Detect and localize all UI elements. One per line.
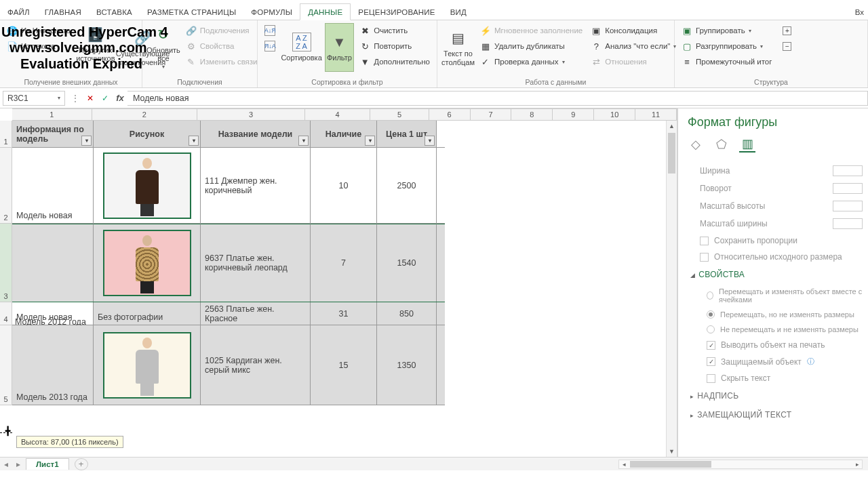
cell-r3-c4[interactable]: 7: [311, 224, 377, 302]
col-header-8[interactable]: 8: [511, 109, 553, 120]
from-web-button[interactable]: 🌐Из Интернета: [4, 23, 73, 38]
locked-object-row[interactable]: ✓Защищаемый объект ⓘ: [694, 353, 863, 370]
sheet-tab[interactable]: Лист1: [26, 458, 69, 470]
relative-row[interactable]: Относительно исходного размера: [688, 249, 863, 265]
remove-duplicates-button[interactable]: ▦Удалить дубликаты: [477, 39, 585, 54]
header-price[interactable]: Цена 1 шт▾: [377, 121, 437, 147]
move-size-opt3[interactable]: Не перемещать и не изменять размеры: [694, 322, 863, 337]
sort-asc-button[interactable]: А↓Я: [262, 23, 278, 38]
cell-r3-c3[interactable]: 9637 Платье жен. коричневый леопард: [201, 224, 311, 302]
cell-r4-c3[interactable]: 2563 Платье жен. Красное: [201, 302, 311, 325]
cell-r4-c4[interactable]: 31: [311, 302, 377, 325]
tab-view[interactable]: ВИД: [443, 4, 474, 20]
from-other-sources-button[interactable]: 🗄️ Из других источников ▾: [76, 23, 115, 72]
cell-r2-c2[interactable]: [94, 148, 201, 223]
edit-links-button[interactable]: ✎Изменить связи: [183, 54, 260, 69]
move-size-opt1[interactable]: Перемещать и изменять объект вместе с яч…: [694, 284, 863, 307]
tab-data[interactable]: ДАННЫЕ: [300, 3, 351, 20]
col-header-5[interactable]: 5: [370, 109, 429, 120]
add-sheet-button[interactable]: +: [75, 458, 88, 470]
col-header-7[interactable]: 7: [471, 109, 512, 120]
from-text-button[interactable]: 📄Из текста: [4, 39, 73, 54]
flash-fill-button[interactable]: ⚡Мгновенное заполнение: [477, 23, 585, 38]
move-size-opt2[interactable]: Перемещать, но не изменять размеры: [694, 307, 863, 322]
checkbox-icon[interactable]: [700, 237, 709, 245]
effects-tab-icon[interactable]: ⬠: [713, 136, 730, 152]
filter-button[interactable]: ▼ Фильтр: [325, 23, 355, 72]
size-props-tab-icon[interactable]: ▥: [739, 136, 755, 152]
tab-formulas[interactable]: ФОРМУЛЫ: [243, 4, 300, 20]
product-photo[interactable]: [103, 152, 191, 219]
row-header-3[interactable]: 3: [0, 224, 12, 302]
tab-home[interactable]: ГЛАВНАЯ: [37, 4, 89, 20]
lock-ratio-row[interactable]: Сохранить пропорции: [688, 232, 863, 249]
scroll-down-icon[interactable]: ▼: [667, 446, 677, 457]
formula-input[interactable]: Модель новая: [127, 91, 868, 106]
header-info[interactable]: Информация по модель▾: [12, 121, 94, 147]
consolidate-button[interactable]: ▣Консолидация: [588, 23, 679, 38]
radio-icon[interactable]: [707, 291, 713, 300]
scroll-left-icon[interactable]: ◂: [619, 461, 629, 468]
group-button[interactable]: ▣Группировать▾: [679, 23, 774, 38]
text-to-columns-button[interactable]: ▤ Текст по столбцам: [441, 23, 475, 72]
expand-icon-btn[interactable]: +: [780, 23, 794, 38]
name-box[interactable]: R3C1▾: [3, 91, 65, 106]
horizontal-scrollbar[interactable]: ◂ ▸: [618, 460, 863, 469]
sheet-nav-next[interactable]: ▸: [12, 460, 24, 469]
advanced-filter-button[interactable]: ▼Дополнительно: [357, 54, 433, 69]
cell-r5-c2[interactable]: [94, 325, 201, 405]
checkbox-icon[interactable]: ✓: [707, 357, 715, 366]
cell-r4-c2[interactable]: Без фотографии: [94, 302, 201, 325]
vertical-scrollbar[interactable]: ▲ ▼: [666, 121, 677, 457]
col-header-4[interactable]: 4: [305, 109, 370, 120]
subtotal-button[interactable]: ≡Промежуточный итог: [679, 54, 774, 69]
scroll-thumb[interactable]: [668, 133, 675, 174]
filter-dropdown-icon[interactable]: ▾: [298, 136, 309, 146]
row-header-5[interactable]: 5: [0, 325, 12, 405]
checkbox-icon[interactable]: [700, 253, 709, 262]
rotation-input[interactable]: [833, 183, 863, 194]
sort-button[interactable]: A ZZ A Сортировка: [281, 23, 322, 72]
filter-dropdown-icon[interactable]: ▾: [425, 136, 435, 146]
what-if-button[interactable]: ?Анализ "что если"▾: [588, 39, 679, 54]
header-photo[interactable]: Рисунок▾: [94, 121, 201, 147]
cell-r5-c3[interactable]: 1025 Кардиган жен. серый микс: [201, 325, 311, 405]
fill-line-tab-icon[interactable]: ◇: [688, 136, 704, 152]
tab-page-layout[interactable]: РАЗМЕТКА СТРАНИЦЫ: [140, 4, 243, 20]
checkbox-icon[interactable]: [707, 374, 715, 383]
scroll-right-icon[interactable]: ▸: [852, 461, 862, 468]
fx-button[interactable]: fx: [113, 91, 127, 106]
clear-filter-button[interactable]: ✖Очистить: [357, 23, 433, 38]
cell-r3-c1[interactable]: [12, 224, 94, 302]
data-validation-button[interactable]: ✓Проверка данных▾: [477, 54, 585, 69]
alt-text-section-header[interactable]: ▸ЗАМЕЩАЮЩИЙ ТЕКСТ: [688, 405, 863, 424]
scale-w-input[interactable]: [833, 218, 863, 229]
cell-r5-c1[interactable]: Модель 2013 года: [12, 325, 94, 405]
hide-text-row[interactable]: Скрыть текст: [694, 370, 863, 386]
sheet-nav-prev[interactable]: ◂: [0, 460, 12, 469]
connections-button[interactable]: 🔗Подключения: [183, 23, 260, 38]
cell-r2-c4[interactable]: 10: [311, 148, 377, 223]
cell-r3-c5[interactable]: 1540: [377, 224, 437, 302]
cancel-entry-button[interactable]: ✕: [83, 91, 98, 106]
scale-h-input[interactable]: [833, 201, 863, 211]
col-header-1[interactable]: 1: [12, 109, 92, 120]
header-stock[interactable]: Наличие▾: [311, 121, 377, 147]
cell-r2-c1[interactable]: Модель новая: [12, 148, 94, 223]
cell-r3-c2[interactable]: [94, 224, 201, 302]
cell-r5-c5[interactable]: 1350: [377, 325, 437, 405]
filter-dropdown-icon[interactable]: ▾: [365, 136, 375, 146]
col-header-2[interactable]: 2: [92, 109, 197, 120]
col-header-3[interactable]: 3: [197, 109, 305, 120]
col-header-11[interactable]: 11: [635, 109, 677, 120]
confirm-entry-button[interactable]: ✓: [98, 91, 113, 106]
tab-insert[interactable]: ВСТАВКА: [89, 4, 140, 20]
filter-dropdown-icon[interactable]: ▾: [81, 136, 92, 146]
refresh-all-button[interactable]: ↻ Обновить все ▾: [146, 23, 180, 72]
radio-icon[interactable]: [707, 310, 715, 319]
col-header-9[interactable]: 9: [553, 109, 594, 120]
row-header-4[interactable]: 4: [0, 302, 12, 325]
sort-desc-button[interactable]: Я↓А: [262, 39, 278, 54]
fx-expand-button[interactable]: ⋮: [68, 91, 83, 106]
print-object-row[interactable]: ✓Выводить объект на печать: [694, 337, 863, 353]
